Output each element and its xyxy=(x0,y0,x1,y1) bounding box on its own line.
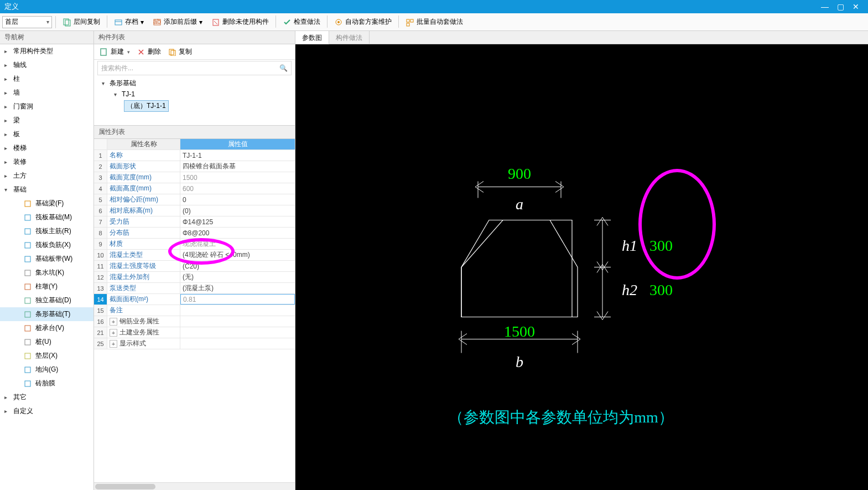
maximize-button[interactable]: ▢ xyxy=(833,2,848,11)
tab-param-diagram[interactable]: 参数图 xyxy=(295,31,329,44)
tab-component-method[interactable]: 构件做法 xyxy=(329,31,370,44)
property-row-2[interactable]: 2截面形状四棱锥台截面条基 xyxy=(94,161,295,172)
nav-panel: 导航树 ▸常用构件类型▸轴线▸柱▸墙▸门窗洞▸梁▸板▸楼梯▸装修▸土方▾基础基础… xyxy=(0,31,94,490)
property-header: 属性列表 xyxy=(94,126,295,139)
property-value[interactable]: (4现浇砼 碎石 <40mm) xyxy=(180,250,295,260)
property-value[interactable]: 现浇混凝土 xyxy=(180,239,295,249)
property-row-15[interactable]: 15备注 xyxy=(94,305,295,316)
nav-item-砖胎膜[interactable]: 砖胎膜 xyxy=(0,376,93,390)
nav-item-地沟(G)[interactable]: 地沟(G) xyxy=(0,363,93,376)
component-tree[interactable]: ▾条形基础 ▾TJ-1 （底）TJ-1-1 xyxy=(94,75,295,125)
nav-item-自定义[interactable]: ▸自定义 xyxy=(0,404,93,418)
property-row-13[interactable]: 13泵送类型(混凝土泵) xyxy=(94,283,295,294)
nav-item-集水坑(K)[interactable]: 集水坑(K) xyxy=(0,266,93,280)
property-row-7[interactable]: 7受力筋Φ14@125 xyxy=(94,216,295,228)
nav-item-条形基础(T)[interactable]: 条形基础(T) xyxy=(0,307,93,321)
nav-item-门窗洞[interactable]: ▸门窗洞 xyxy=(0,100,93,114)
property-value[interactable]: 0.81 xyxy=(180,294,295,305)
property-row-3[interactable]: 3截面宽度(mm)1500 xyxy=(94,172,295,183)
svg-rect-17 xyxy=(25,256,30,262)
property-value[interactable]: 四棱锥台截面条基 xyxy=(180,161,295,172)
property-row-25[interactable]: 25+显示样式 xyxy=(94,338,295,349)
nav-item-独立基础(D)[interactable]: 独立基础(D) xyxy=(0,293,93,307)
close-button[interactable]: ✕ xyxy=(848,2,864,11)
nav-item-label: 基础梁(F) xyxy=(35,199,64,208)
tree-root[interactable]: ▾条形基础 xyxy=(102,78,295,89)
nav-item-装修[interactable]: ▸装修 xyxy=(0,155,93,169)
property-row-1[interactable]: 1名称TJ-1-1 xyxy=(94,150,295,161)
property-value[interactable]: 1500 xyxy=(180,172,295,183)
nav-item-桩承台(V)[interactable]: 桩承台(V) xyxy=(0,321,93,335)
nav-item-板[interactable]: ▸板 xyxy=(0,127,93,141)
nav-item-基础梁(F)[interactable]: 基础梁(F) xyxy=(0,197,93,210)
property-value[interactable]: (无) xyxy=(180,272,295,282)
property-row-11[interactable]: 11混凝土强度等级(C20) xyxy=(94,261,295,272)
nav-item-基础[interactable]: ▾基础 xyxy=(0,183,93,197)
property-value[interactable]: Φ8@200 xyxy=(180,228,295,238)
horizontal-scrollbar[interactable] xyxy=(94,482,295,490)
property-row-6[interactable]: 6相对底标高(m)(0) xyxy=(94,205,295,216)
diagram-viewport[interactable]: 900 a 1500 b h1 300 xyxy=(295,44,868,490)
property-row-8[interactable]: 8分布筋Φ8@200 xyxy=(94,228,295,239)
new-button[interactable]: 新建 ▾ xyxy=(97,46,132,58)
svg-rect-13 xyxy=(25,201,30,207)
toolbar-affix[interactable]: ab添加前后缀▾ xyxy=(149,16,206,28)
nav-item-桩(U)[interactable]: 桩(U) xyxy=(0,335,93,349)
nav-tree[interactable]: ▸常用构件类型▸轴线▸柱▸墙▸门窗洞▸梁▸板▸楼梯▸装修▸土方▾基础基础梁(F)… xyxy=(0,44,93,490)
toolbar-copy-layers[interactable]: 层间复制 xyxy=(59,16,103,28)
property-value[interactable] xyxy=(180,316,295,327)
property-value[interactable] xyxy=(180,305,295,316)
property-value[interactable]: (混凝土泵) xyxy=(180,283,295,293)
expand-icon[interactable]: + xyxy=(110,329,117,337)
nav-item-基础板带(W)[interactable]: 基础板带(W) xyxy=(0,252,93,266)
property-row-21[interactable]: 21+土建业务属性 xyxy=(94,327,295,338)
property-value[interactable]: TJ-1-1 xyxy=(180,150,295,161)
property-value[interactable] xyxy=(180,327,295,338)
copy-button[interactable]: 复制 xyxy=(165,46,194,58)
nav-item-土方[interactable]: ▸土方 xyxy=(0,169,93,183)
property-value[interactable] xyxy=(180,338,295,349)
toolbar-auto-scheme[interactable]: 自动套方案维护 xyxy=(331,16,395,28)
nav-item-label: 墙 xyxy=(13,88,20,97)
nav-item-筏板基础(M)[interactable]: 筏板基础(M) xyxy=(0,210,93,224)
property-row-10[interactable]: 10混凝土类型(4现浇砼 碎石 <40mm) xyxy=(94,250,295,261)
tree-leaf[interactable]: （底）TJ-1-1 xyxy=(124,99,295,113)
property-value[interactable]: (0) xyxy=(180,205,295,216)
tree-child[interactable]: ▾TJ-1 xyxy=(114,89,295,99)
nav-item-筏板负筋(X)[interactable]: 筏板负筋(X) xyxy=(0,238,93,252)
dim-h2-label: h2 xyxy=(622,281,637,298)
property-row-16[interactable]: 16+钢筋业务属性 xyxy=(94,316,295,327)
nav-item-墙[interactable]: ▸墙 xyxy=(0,86,93,100)
search-input[interactable]: 搜索构件... 🔍 xyxy=(97,61,292,75)
property-value[interactable]: Φ14@125 xyxy=(180,216,295,227)
nav-item-label: 门窗洞 xyxy=(13,102,33,111)
property-table[interactable]: 属性名称 属性值 1名称TJ-1-12截面形状四棱锥台截面条基3截面宽度(mm)… xyxy=(94,139,295,482)
property-row-9[interactable]: 9材质现浇混凝土 xyxy=(94,239,295,250)
property-value[interactable]: 600 xyxy=(180,183,295,194)
nav-item-轴线[interactable]: ▸轴线 xyxy=(0,58,93,72)
minimize-button[interactable]: — xyxy=(817,2,833,11)
expand-icon[interactable]: + xyxy=(110,340,117,348)
toolbar-delete-unused[interactable]: 删除未使用构件 xyxy=(208,16,272,28)
toolbar-archive[interactable]: 存档▾ xyxy=(111,16,147,28)
floor-select[interactable]: 首层 ▾ xyxy=(2,16,52,28)
toolbar-batch-auto[interactable]: 批量自动套做法 xyxy=(402,16,466,28)
nav-item-label: 桩承台(V) xyxy=(35,323,64,333)
delete-button[interactable]: 删除 xyxy=(134,46,163,58)
nav-item-筏板主筋(R)[interactable]: 筏板主筋(R) xyxy=(0,224,93,238)
nav-item-柱墩(Y)[interactable]: 柱墩(Y) xyxy=(0,280,93,293)
toolbar-check[interactable]: 检查做法 xyxy=(279,16,324,28)
property-row-12[interactable]: 12混凝土外加剂(无) xyxy=(94,272,295,283)
property-value[interactable]: (C20) xyxy=(180,261,295,271)
property-row-5[interactable]: 5相对偏心距(mm)0 xyxy=(94,194,295,205)
nav-item-楼梯[interactable]: ▸楼梯 xyxy=(0,141,93,155)
nav-item-其它[interactable]: ▸其它 xyxy=(0,390,93,404)
property-value[interactable]: 0 xyxy=(180,194,295,205)
nav-item-梁[interactable]: ▸梁 xyxy=(0,114,93,127)
property-row-4[interactable]: 4截面高度(mm)600 xyxy=(94,183,295,194)
nav-item-常用构件类型[interactable]: ▸常用构件类型 xyxy=(0,44,93,58)
nav-item-垫层(X)[interactable]: 垫层(X) xyxy=(0,349,93,363)
property-row-14[interactable]: 14截面面积(m²)0.81 xyxy=(94,294,295,305)
nav-item-柱[interactable]: ▸柱 xyxy=(0,72,93,86)
expand-icon[interactable]: + xyxy=(110,318,117,326)
